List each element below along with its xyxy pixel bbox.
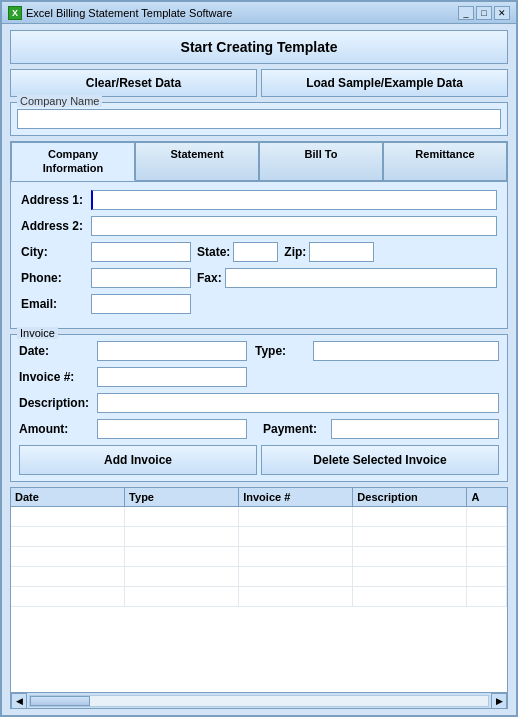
action-row: Clear/Reset Data Load Sample/Example Dat… bbox=[10, 69, 508, 97]
date-input[interactable] bbox=[97, 341, 247, 361]
company-name-group: Company Name bbox=[10, 102, 508, 136]
invoice-section-label: Invoice bbox=[17, 327, 58, 339]
cell-description bbox=[353, 547, 467, 566]
invoice-num-input[interactable] bbox=[97, 367, 247, 387]
cell-amount bbox=[467, 567, 507, 586]
description-input[interactable] bbox=[97, 393, 499, 413]
invoice-action-buttons: Add Invoice Delete Selected Invoice bbox=[19, 445, 499, 475]
amount-input[interactable] bbox=[97, 419, 247, 439]
fax-label: Fax: bbox=[197, 271, 222, 285]
table-row[interactable] bbox=[11, 567, 507, 587]
date-label: Date: bbox=[19, 344, 89, 358]
horizontal-scrollbar[interactable]: ◀ ▶ bbox=[11, 692, 507, 708]
invoice-table: Date Type Invoice # Description A bbox=[10, 487, 508, 709]
company-name-label: Company Name bbox=[17, 95, 102, 107]
city-input[interactable] bbox=[91, 242, 191, 262]
cell-invoice-num bbox=[239, 587, 353, 606]
email-row: Email: bbox=[21, 294, 497, 314]
address1-label: Address 1: bbox=[21, 193, 91, 207]
cell-date bbox=[11, 507, 125, 526]
address1-input[interactable] bbox=[91, 190, 497, 210]
amount-payment-row: Amount: Payment: bbox=[19, 419, 499, 439]
app-icon: X bbox=[8, 6, 22, 20]
table-row[interactable] bbox=[11, 507, 507, 527]
clear-button[interactable]: Clear/Reset Data bbox=[10, 69, 257, 97]
zip-input[interactable] bbox=[309, 242, 374, 262]
main-content: Start Creating Template Clear/Reset Data… bbox=[2, 24, 516, 715]
address1-row: Address 1: bbox=[21, 190, 497, 210]
description-label: Description: bbox=[19, 396, 89, 410]
title-bar: X Excel Billing Statement Template Softw… bbox=[2, 2, 516, 24]
tab-remittance[interactable]: Remittance bbox=[383, 142, 507, 181]
cell-type bbox=[125, 567, 239, 586]
cell-invoice-num bbox=[239, 547, 353, 566]
company-name-input[interactable] bbox=[17, 109, 501, 129]
scroll-thumb[interactable] bbox=[30, 696, 90, 706]
minimize-button[interactable]: _ bbox=[458, 6, 474, 20]
title-bar-left: X Excel Billing Statement Template Softw… bbox=[8, 6, 232, 20]
main-window: X Excel Billing Statement Template Softw… bbox=[0, 0, 518, 717]
address2-label: Address 2: bbox=[21, 219, 91, 233]
cell-date bbox=[11, 547, 125, 566]
cell-description bbox=[353, 507, 467, 526]
phone-input[interactable] bbox=[91, 268, 191, 288]
email-input[interactable] bbox=[91, 294, 191, 314]
cell-description bbox=[353, 587, 467, 606]
window-title: Excel Billing Statement Template Softwar… bbox=[26, 7, 232, 19]
cell-type bbox=[125, 587, 239, 606]
zip-label: Zip: bbox=[284, 245, 306, 259]
invoice-num-row: Invoice #: bbox=[19, 367, 499, 387]
payment-input[interactable] bbox=[331, 419, 499, 439]
col-type: Type bbox=[125, 488, 239, 506]
fax-input[interactable] bbox=[225, 268, 497, 288]
table-row[interactable] bbox=[11, 547, 507, 567]
table-header: Date Type Invoice # Description A bbox=[11, 488, 507, 507]
col-description: Description bbox=[353, 488, 467, 506]
email-label: Email: bbox=[21, 297, 91, 311]
table-body bbox=[11, 507, 507, 692]
tab-content: Address 1: Address 2: City: State: Zip: bbox=[11, 182, 507, 328]
type-input[interactable] bbox=[313, 341, 499, 361]
state-input[interactable] bbox=[233, 242, 278, 262]
cell-amount bbox=[467, 587, 507, 606]
tab-company-information[interactable]: Company Information bbox=[11, 142, 135, 181]
col-date: Date bbox=[11, 488, 125, 506]
cell-date bbox=[11, 567, 125, 586]
maximize-button[interactable]: □ bbox=[476, 6, 492, 20]
address2-input[interactable] bbox=[91, 216, 497, 236]
start-button[interactable]: Start Creating Template bbox=[10, 30, 508, 64]
add-invoice-button[interactable]: Add Invoice bbox=[19, 445, 257, 475]
table-row[interactable] bbox=[11, 527, 507, 547]
type-label: Type: bbox=[255, 344, 305, 358]
cell-invoice-num bbox=[239, 507, 353, 526]
scroll-right-button[interactable]: ▶ bbox=[491, 693, 507, 709]
table-row[interactable] bbox=[11, 587, 507, 607]
amount-label: Amount: bbox=[19, 422, 89, 436]
tab-statement[interactable]: Statement bbox=[135, 142, 259, 181]
scroll-track[interactable] bbox=[29, 695, 489, 707]
cell-amount bbox=[467, 507, 507, 526]
scroll-left-button[interactable]: ◀ bbox=[11, 693, 27, 709]
cell-invoice-num bbox=[239, 567, 353, 586]
invoice-num-label: Invoice #: bbox=[19, 370, 89, 384]
payment-label: Payment: bbox=[263, 422, 323, 436]
col-amount: A bbox=[467, 488, 507, 506]
cell-date bbox=[11, 527, 125, 546]
address2-row: Address 2: bbox=[21, 216, 497, 236]
cell-type bbox=[125, 547, 239, 566]
cell-date bbox=[11, 587, 125, 606]
col-invoice-num: Invoice # bbox=[239, 488, 353, 506]
tabs-container: Company Information Statement Bill To Re… bbox=[10, 141, 508, 329]
tab-bill-to[interactable]: Bill To bbox=[259, 142, 383, 181]
phone-label: Phone: bbox=[21, 271, 91, 285]
cell-amount bbox=[467, 527, 507, 546]
load-button[interactable]: Load Sample/Example Data bbox=[261, 69, 508, 97]
cell-type bbox=[125, 507, 239, 526]
city-label: City: bbox=[21, 245, 91, 259]
state-label: State: bbox=[197, 245, 230, 259]
cell-invoice-num bbox=[239, 527, 353, 546]
delete-invoice-button[interactable]: Delete Selected Invoice bbox=[261, 445, 499, 475]
close-button[interactable]: ✕ bbox=[494, 6, 510, 20]
cell-type bbox=[125, 527, 239, 546]
city-row: City: State: Zip: bbox=[21, 242, 497, 262]
